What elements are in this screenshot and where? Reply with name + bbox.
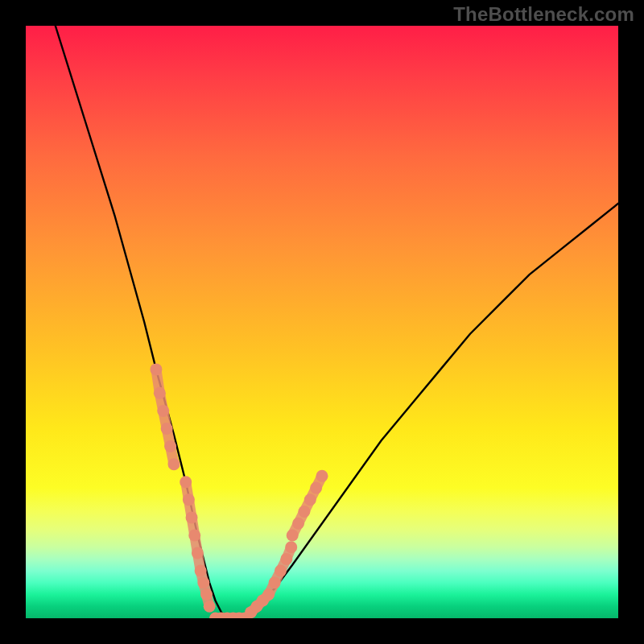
chart-frame: TheBottleneck.com — [0, 0, 644, 644]
highlight-dot — [287, 529, 299, 541]
highlight-dot — [316, 470, 328, 482]
highlight-dot — [280, 553, 292, 565]
highlight-dot — [157, 405, 169, 417]
highlight-dot — [195, 565, 207, 577]
highlight-dot — [262, 588, 275, 601]
watermark-text: TheBottleneck.com — [453, 3, 634, 26]
highlight-left-lower — [180, 476, 215, 613]
highlight-dot — [200, 588, 213, 601]
highlight-dot — [204, 601, 216, 613]
highlight-dot — [188, 529, 200, 541]
chart-svg — [26, 26, 618, 618]
highlight-dot — [161, 423, 173, 435]
bottleneck-curve — [56, 26, 618, 618]
highlight-dot — [275, 565, 287, 577]
highlight-left-upper — [150, 363, 180, 470]
highlight-dot — [150, 363, 162, 375]
highlight-dot — [269, 576, 281, 588]
highlight-dot — [192, 547, 204, 559]
highlight-dot — [197, 576, 209, 588]
highlight-dot — [186, 511, 198, 523]
highlight-dot — [285, 541, 297, 553]
highlight-right-upper — [287, 470, 328, 542]
highlight-dot — [304, 493, 316, 506]
highlight-dot — [154, 387, 166, 399]
highlight-dot — [183, 493, 195, 506]
highlight-dot — [164, 440, 176, 452]
highlight-dot — [310, 482, 322, 494]
highlight-dot — [168, 458, 180, 470]
plot-area — [26, 26, 618, 618]
highlight-bottom — [209, 613, 251, 619]
highlight-dot — [292, 518, 304, 530]
highlight-right-lower — [245, 541, 297, 618]
highlight-dot — [180, 476, 192, 488]
highlight-dot — [298, 506, 310, 518]
